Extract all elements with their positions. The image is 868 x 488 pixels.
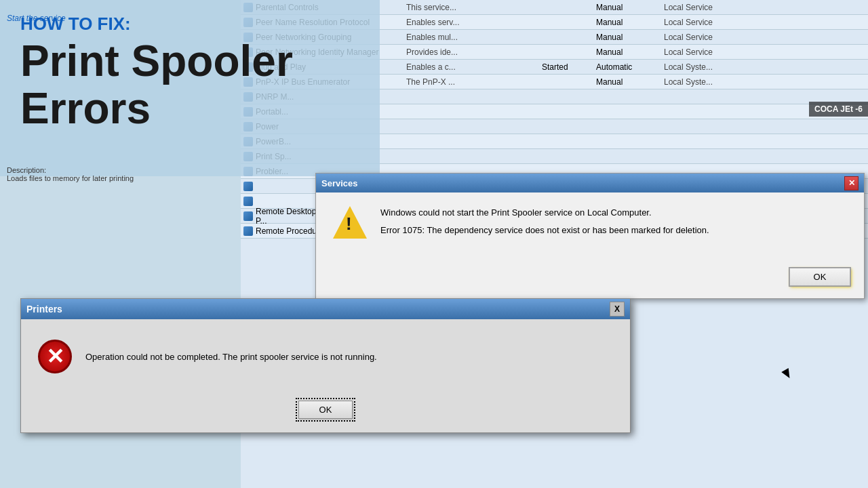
services-dialog-title: Services — [321, 178, 358, 188]
printers-dialog-body: ✕ Operation could not be completed. The … — [21, 319, 630, 394]
services-dialog-body: Windows could not start the Print Spoole… — [316, 192, 864, 287]
warning-triangle — [333, 206, 367, 239]
services-error-message2: Error 1075: The dependency service does … — [380, 224, 709, 237]
main-title: Print Spooler Errors — [20, 37, 359, 133]
services-dialog-text: Windows could not start the Print Spoole… — [380, 206, 709, 241]
printers-error-message: Operation could not be completed. The pr… — [85, 352, 613, 362]
error-icon: ✕ — [38, 340, 72, 373]
description-label: Description: Loads files to memory for l… — [7, 166, 237, 182]
printers-dialog-title: Printers — [26, 304, 62, 314]
printers-close-button[interactable]: X — [610, 302, 625, 317]
printers-dialog-footer: OK — [21, 394, 630, 432]
printers-ok-button[interactable]: OK — [298, 401, 353, 419]
services-error-message1: Windows could not start the Print Spoole… — [380, 206, 709, 220]
start-service-link[interactable]: Start the service — [7, 14, 66, 23]
printers-dialog: Printers X ✕ Operation could not be comp… — [20, 298, 631, 433]
services-dialog-close-button[interactable]: ✕ — [844, 176, 859, 190]
warning-icon — [333, 206, 367, 240]
services-ok-button[interactable]: OK — [789, 268, 850, 286]
title-overlay: HOW TO FIX: Print Spooler Errors — [0, 0, 380, 176]
services-dialog: Services ✕ Windows could not start the P… — [315, 173, 865, 299]
watermark: COCA JEt -6 — [809, 102, 868, 117]
printers-dialog-titlebar[interactable]: Printers X — [21, 299, 630, 319]
services-dialog-footer: OK — [316, 287, 864, 298]
how-to-fix-label: HOW TO FIX: — [20, 14, 359, 35]
services-dialog-titlebar[interactable]: Services ✕ — [316, 174, 864, 192]
